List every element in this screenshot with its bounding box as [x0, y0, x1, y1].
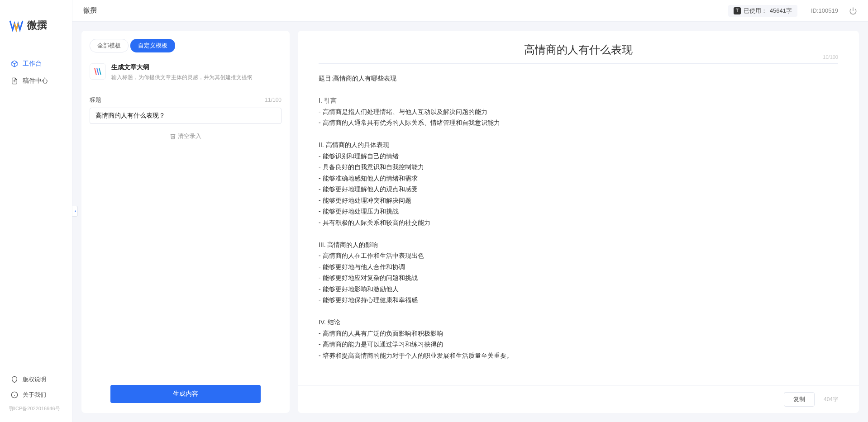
- sidebar-bottom: 版权说明 关于我们 鄂ICP备2022016946号: [0, 372, 72, 422]
- tab-all-templates[interactable]: 全部模板: [90, 39, 129, 52]
- shield-icon: [11, 376, 18, 383]
- power-icon[interactable]: [849, 7, 857, 15]
- copy-button[interactable]: 复制: [784, 392, 815, 407]
- document-body[interactable]: 题目:高情商的人有哪些表现 I. 引言 - 高情商是指人们处理情绪、与他人互动以…: [298, 64, 859, 385]
- template-panel: 全部模板 自定义模板 生成文章大纲 输入标题，为你提供文章主体的灵感，并为其创建…: [81, 31, 290, 413]
- text-icon: T: [734, 7, 741, 14]
- template-description: 输入标题，为你提供文章主体的灵感，并为其创建推文提纲: [111, 73, 281, 81]
- logo-icon: [9, 18, 24, 33]
- page-title: 微撰: [83, 6, 97, 15]
- nav-item-label: 稿件中心: [23, 77, 48, 85]
- primary-nav: 工作台 稿件中心: [0, 46, 72, 372]
- usage-value: 45641字: [770, 7, 792, 15]
- nav-item-label: 版权说明: [23, 375, 46, 384]
- icp-text: 鄂ICP备2022016946号: [0, 403, 72, 415]
- nav-item-workbench[interactable]: 工作台: [0, 55, 72, 72]
- template-card: 生成文章大纲 输入标题，为你提供文章主体的灵感，并为其创建推文提纲: [81, 59, 290, 90]
- logo-text: 微撰: [27, 19, 47, 32]
- info-icon: [11, 391, 18, 398]
- title-field-label: 标题: [90, 96, 101, 104]
- document-icon: [11, 77, 18, 85]
- nav-item-about[interactable]: 关于我们: [0, 387, 72, 403]
- logo: 微撰: [0, 0, 72, 46]
- template-title: 生成文章大纲: [111, 63, 281, 71]
- output-panel: 高情商的人有什么表现 10/100 题目:高情商的人有哪些表现 I. 引言 - …: [298, 31, 859, 413]
- nav-item-drafts[interactable]: 稿件中心: [0, 72, 72, 90]
- nav-item-label: 关于我们: [23, 391, 46, 399]
- nav-item-label: 工作台: [23, 60, 42, 68]
- sidebar-collapse-button[interactable]: [72, 206, 78, 217]
- trash-icon: [170, 133, 176, 139]
- template-icon: [90, 63, 106, 80]
- topbar: 微撰 T 已使用： 45641字 ID:100519: [72, 0, 868, 22]
- chevron-left-icon: [73, 209, 77, 213]
- clear-input-button[interactable]: 清空录入: [81, 124, 290, 148]
- tab-custom-templates[interactable]: 自定义模板: [130, 39, 175, 52]
- usage-badge: T 已使用： 45641字: [728, 5, 797, 17]
- title-field-counter: 11/100: [265, 97, 281, 103]
- user-id: ID:100519: [811, 7, 838, 14]
- generate-button[interactable]: 生成内容: [110, 385, 261, 403]
- document-title-counter: 10/100: [823, 54, 838, 60]
- document-title[interactable]: 高情商的人有什么表现: [319, 43, 838, 57]
- word-count: 404字: [824, 396, 838, 403]
- usage-label: 已使用：: [744, 7, 767, 15]
- nav-item-copyright[interactable]: 版权说明: [0, 372, 72, 387]
- title-input[interactable]: [90, 108, 281, 124]
- sidebar: 微撰 工作台 稿件中心 版权说明 关于我们 鄂ICP备2022016946号: [0, 0, 72, 422]
- template-tabs: 全部模板 自定义模板: [81, 31, 290, 59]
- cube-icon: [11, 60, 18, 67]
